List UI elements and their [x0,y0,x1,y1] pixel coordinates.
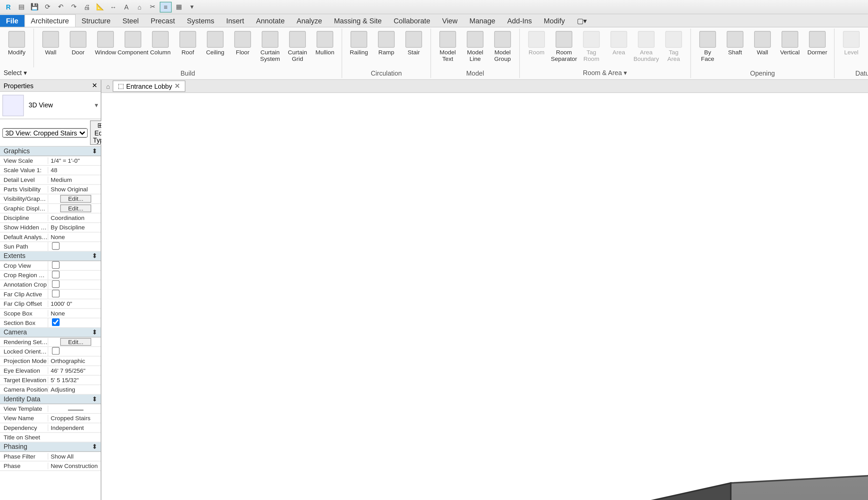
prop-value[interactable]: Show Original [48,186,101,193]
properties-close-icon[interactable]: ✕ [92,82,97,90]
view-tab-close-icon[interactable]: ✕ [174,82,180,90]
prop-value[interactable]: By Discipline [48,224,101,231]
tab-annotate[interactable]: Annotate [250,15,291,27]
qat-text[interactable]: A [121,2,132,12]
qat-print[interactable]: 🖨 [81,2,93,12]
prop-value[interactable]: 48 [48,167,101,173]
prop-value[interactable] [48,405,101,412]
prop-value[interactable]: None [48,234,101,240]
prop-checkbox[interactable] [52,242,60,250]
prop-checkbox[interactable] [52,290,60,298]
props-section-graphics[interactable]: Graphics⬍ [0,147,101,156]
prop-value[interactable] [48,347,101,356]
type-dropdown-icon[interactable]: ▾ [95,101,99,109]
tool-floor[interactable]: Floor [229,30,256,69]
tool-window[interactable]: Window [92,30,119,69]
prop-value[interactable]: 1/4" = 1'-0" [48,158,101,164]
revit-logo[interactable]: R [2,2,14,12]
prop-value[interactable]: 1000' 0" [48,300,101,307]
tab-analyze[interactable]: Analyze [290,15,328,27]
prop-value[interactable] [48,318,101,327]
prop-checkbox[interactable] [52,280,60,288]
prop-value[interactable]: 46' 7 95/256" [48,367,101,374]
prop-value[interactable]: Edit... [48,195,101,203]
qat-undo[interactable]: ↶ [55,2,67,12]
tool-dormer[interactable]: Dormer [804,30,831,69]
prop-value[interactable]: 5' 5 15/32" [48,377,101,383]
tool-shaft[interactable]: Shaft [722,30,748,69]
prop-value[interactable]: Cropped Stairs [48,415,101,421]
prop-value[interactable]: Independent [48,424,101,431]
tab-architecture[interactable]: Architecture [24,14,75,27]
tab-finish[interactable]: ▢▾ [571,15,593,27]
tool-stair[interactable]: Stair [401,30,427,69]
props-section-phasing[interactable]: Phasing⬍ [0,442,101,452]
prop-value[interactable] [48,261,101,270]
tab-steel[interactable]: Steel [116,15,145,27]
prop-value[interactable]: None [48,310,101,317]
tab-collaborate[interactable]: Collaborate [388,15,436,27]
tool-ramp[interactable]: Ramp [373,30,399,69]
tab-massing[interactable]: Massing & Site [328,15,388,27]
qat-dim[interactable]: ↔ [107,2,119,12]
prop-value[interactable] [48,280,101,289]
tab-systems[interactable]: Systems [181,15,220,27]
prop-checkbox[interactable] [52,318,60,326]
props-section-extents[interactable]: Extents⬍ [0,251,101,261]
qat-sync[interactable]: ⟳ [42,2,54,12]
tool-by-face[interactable]: ByFace [695,30,721,69]
tab-insert[interactable]: Insert [220,15,250,27]
select-dropdown[interactable]: Select ▾ [0,67,34,78]
prop-checkbox[interactable] [52,261,60,269]
tool-curtain-grid[interactable]: CurtainGrid [284,30,310,69]
prop-value[interactable]: Edit... [48,338,101,346]
tool-door[interactable]: Door [65,30,91,69]
tool-model-text[interactable]: ModelText [435,30,461,69]
qat-close[interactable]: ▦ [173,2,185,12]
prop-value[interactable] [48,290,101,299]
prop-checkbox[interactable] [52,347,60,355]
prop-value[interactable]: Adjusting [48,386,101,393]
prop-value[interactable]: Medium [48,177,101,183]
prop-value[interactable]: Show All [48,453,101,459]
tab-modify[interactable]: Modify [538,15,571,27]
tab-addins[interactable]: Add-Ins [501,15,538,27]
prop-value[interactable] [48,271,101,280]
props-section-camera[interactable]: Camera⬍ [0,328,101,337]
3d-viewport[interactable]: FRONT TOP ⊚ ✋ 🔍 ⟲ ▾ [101,93,868,500]
tab-structure[interactable]: Structure [76,15,116,27]
prop-value[interactable] [48,242,101,251]
tool-wall[interactable]: Wall [37,30,64,69]
view-tab-entrance-lobby[interactable]: ⬚ Entrance Lobby ✕ [112,81,185,92]
tool-model-group[interactable]: ModelGroup [490,30,516,69]
tool-ceiling[interactable]: Ceiling [202,30,228,69]
tool-roof[interactable]: Roof [174,30,201,69]
tool-vertical[interactable]: Vertical [777,30,803,69]
tool-railing[interactable]: Railing [346,30,372,69]
prop-checkbox[interactable] [52,271,60,279]
tool-model-line[interactable]: ModelLine [462,30,488,69]
qat-open[interactable]: ▤ [15,2,27,12]
tab-precast[interactable]: Precast [145,15,181,27]
prop-value[interactable]: Edit... [48,204,101,212]
tool-mullion[interactable]: Mullion [312,30,338,69]
prop-value[interactable]: Coordination [48,215,101,221]
tool-curtain-system[interactable]: CurtainSystem [257,30,283,69]
props-section-identity[interactable]: Identity Data⬍ [0,395,101,404]
tool-room-separator[interactable]: RoomSeparator [551,30,577,68]
tool-wall[interactable]: Wall [749,30,776,69]
qat-thin[interactable]: ≡ [160,2,172,12]
qat-save[interactable]: 💾 [28,2,41,12]
prop-value[interactable]: New Construction [48,463,101,469]
qat-section[interactable]: ✂ [147,2,159,12]
qat-3d[interactable]: ⌂ [134,2,145,12]
instance-selector[interactable]: 3D View: Cropped Stairs [2,128,88,137]
prop-value[interactable]: Orthographic [48,358,101,364]
qat-measure[interactable]: 📐 [94,2,106,12]
tool-modify[interactable]: Modify [4,30,30,66]
view-tab-expand-icon[interactable]: ⌂ [104,83,112,90]
tab-file[interactable]: File [0,15,24,27]
tool-column[interactable]: Column [147,30,173,69]
tab-view[interactable]: View [436,15,464,27]
tab-manage[interactable]: Manage [464,15,501,27]
